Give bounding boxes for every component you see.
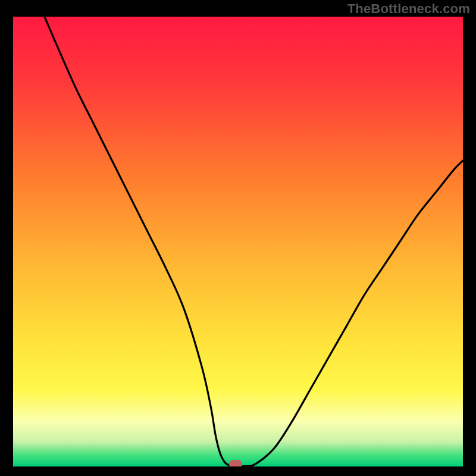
- watermark-text: TheBottleneck.com: [347, 1, 470, 17]
- optimal-point-marker: [229, 460, 242, 466]
- plot-area: [13, 17, 463, 466]
- chart-svg: [13, 17, 463, 466]
- gradient-background: [13, 17, 463, 466]
- chart-frame: TheBottleneck.com: [0, 0, 476, 476]
